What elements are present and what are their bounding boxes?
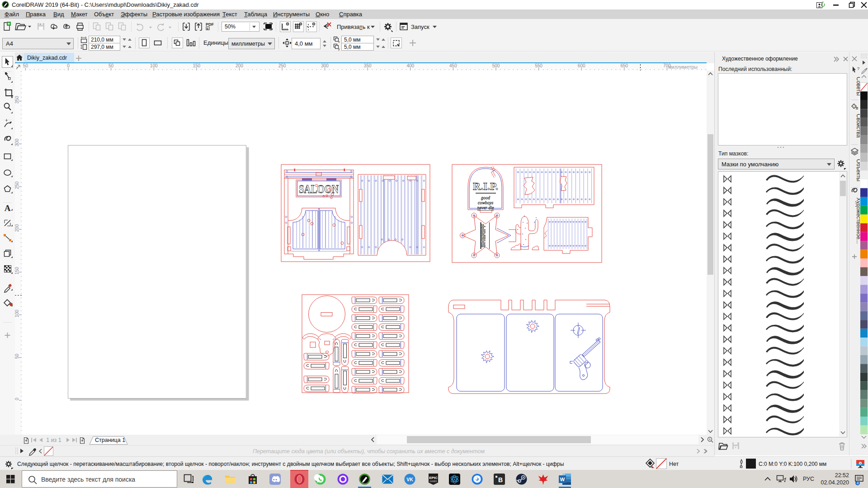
svg-text:cowboys: cowboys [478,200,494,205]
svg-text:never die: never die [477,205,494,210]
svg-text:R.I.P.: R.I.P. [473,180,498,192]
svg-text:SALOON: SALOON [299,183,339,196]
svg-text:good: good [481,195,491,200]
svg-text:SHERIFF: SHERIFF [480,224,486,247]
